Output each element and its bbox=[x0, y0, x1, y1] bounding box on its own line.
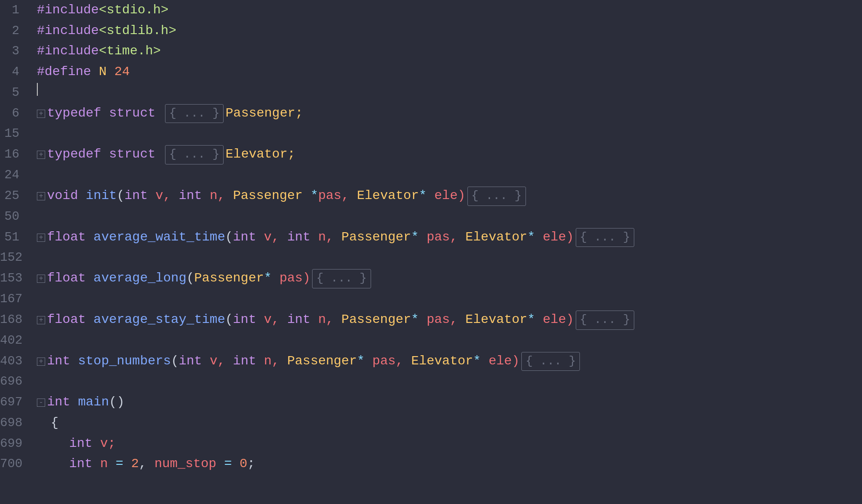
collapsed-51[interactable]: { ... } bbox=[576, 228, 634, 247]
line-content-5 bbox=[32, 83, 862, 96]
code-line-1: 1 #include<stdio.h> bbox=[0, 0, 862, 21]
collapsed-168[interactable]: { ... } bbox=[576, 311, 634, 330]
code-line-25: 25 + void init ( int v, int n, Passenger… bbox=[0, 186, 862, 207]
space-51b bbox=[256, 228, 264, 247]
paren-403a: ( bbox=[171, 352, 179, 371]
pointer-51b: * bbox=[527, 228, 535, 247]
collapsed-25[interactable]: { ... } bbox=[467, 187, 526, 206]
expand-icon-153[interactable]: + bbox=[37, 275, 45, 283]
line-num-51: 51 bbox=[0, 229, 32, 246]
expand-icon-25[interactable]: + bbox=[37, 192, 45, 200]
line-num-25: 25 bbox=[0, 187, 32, 205]
int-kw-403: int bbox=[47, 352, 70, 371]
expand-icon-697[interactable]: - bbox=[37, 399, 45, 407]
collapsed-153[interactable]: { ... } bbox=[312, 269, 371, 288]
line-content-700: int n = 2 , num_stop = 0 ; bbox=[32, 455, 862, 474]
param-type-25a: int bbox=[124, 187, 148, 205]
float-kw-168: float bbox=[47, 311, 86, 329]
space-168a bbox=[86, 311, 94, 329]
space-700c bbox=[124, 455, 131, 474]
param-type-153a: Passenger bbox=[194, 269, 264, 288]
collapsed-403[interactable]: { ... } bbox=[521, 352, 580, 371]
pointer-168b: * bbox=[527, 311, 535, 329]
line-num-168: 168 bbox=[0, 311, 32, 329]
param-type-51d: Elevator bbox=[466, 228, 527, 247]
space-168f bbox=[419, 311, 427, 329]
line-content-25: + void init ( int v, int n, Passenger * … bbox=[32, 187, 862, 206]
expand-icon-16[interactable]: + bbox=[37, 151, 45, 159]
code-line-152: 152 bbox=[0, 248, 862, 268]
line-content-168: + float average_stay_time ( int v, int n… bbox=[32, 311, 862, 330]
expand-icon-51[interactable]: + bbox=[37, 234, 45, 242]
param-name-25d: ele) bbox=[434, 187, 465, 205]
param-name-168a: v, bbox=[264, 311, 280, 329]
cursor bbox=[37, 83, 38, 96]
define-name: N bbox=[99, 63, 106, 82]
space-51c bbox=[279, 228, 287, 247]
space-168c bbox=[279, 311, 287, 329]
code-line-700: 700 int n = 2 , num_stop = 0 ; bbox=[0, 454, 862, 475]
code-line-696: 696 bbox=[0, 372, 862, 392]
line-num-5: 5 bbox=[0, 84, 32, 102]
space-51e bbox=[334, 228, 342, 247]
pointer-168a: * bbox=[411, 311, 419, 329]
param-name-168b: n, bbox=[318, 311, 334, 329]
assign-700: = bbox=[116, 455, 124, 474]
collapsed-6[interactable]: { ... } bbox=[165, 104, 224, 123]
line-content-1: #include<stdio.h> bbox=[32, 1, 862, 20]
code-line-153: 153 + float average_long ( Passenger * p… bbox=[0, 268, 862, 289]
line-content-6: + typedef struct { ... } Passenger; bbox=[32, 104, 862, 123]
val-700a: 2 bbox=[131, 455, 139, 474]
space-700b bbox=[108, 455, 116, 474]
param-type-403d: Elevator bbox=[411, 352, 473, 371]
code-line-697: 697 - int main () bbox=[0, 392, 862, 413]
preprocessor-3: #include bbox=[37, 42, 99, 61]
code-line-16: 16 + typedef struct { ... } Elevator; bbox=[0, 144, 862, 165]
preprocessor-2: #include bbox=[37, 22, 99, 41]
param-type-168c: Passenger bbox=[342, 311, 411, 329]
space-168g bbox=[458, 311, 466, 329]
collapsed-16[interactable]: { ... } bbox=[165, 145, 224, 164]
expand-icon-168[interactable]: + bbox=[37, 316, 45, 324]
var-name-699: v; bbox=[100, 434, 116, 453]
param-type-25c: Passenger bbox=[233, 187, 302, 205]
void-kw-25: void bbox=[47, 187, 78, 205]
space-403c bbox=[225, 352, 233, 371]
param-type-403c: Passenger bbox=[287, 352, 357, 371]
param-name-51c: pas, bbox=[426, 228, 457, 247]
func-name-51: average_wait_time bbox=[94, 228, 225, 247]
space-25b bbox=[148, 187, 155, 205]
space-403e bbox=[279, 352, 287, 371]
space-6a bbox=[101, 104, 109, 123]
line-num-697: 697 bbox=[0, 393, 32, 411]
space-6b bbox=[155, 104, 163, 123]
space-25e bbox=[225, 187, 233, 205]
param-name-403a: v, bbox=[210, 352, 225, 371]
func-name-25: init bbox=[86, 187, 117, 205]
include-path-1: <stdio.h> bbox=[99, 1, 168, 20]
code-line-24: 24 bbox=[0, 165, 862, 186]
expand-icon-403[interactable]: + bbox=[37, 357, 45, 366]
param-type-168d: Elevator bbox=[466, 311, 527, 329]
line-content-698: { bbox=[32, 414, 862, 433]
var-name-700b: num_stop bbox=[154, 455, 216, 474]
int-kw-700: int bbox=[69, 455, 92, 474]
pointer-403a: * bbox=[357, 352, 365, 371]
line-num-15: 15 bbox=[0, 125, 32, 143]
space-153b bbox=[272, 269, 279, 288]
struct-kw-16: struct bbox=[109, 145, 155, 164]
param-name-51a: v, bbox=[264, 228, 280, 247]
preprocessor-1: #include bbox=[37, 1, 99, 20]
line-content-3: #include<time.h> bbox=[32, 42, 862, 61]
param-name-403b: n, bbox=[264, 352, 280, 371]
space-51d bbox=[310, 228, 318, 247]
expand-icon-6[interactable]: + bbox=[37, 110, 45, 118]
line-num-402: 402 bbox=[0, 332, 32, 350]
param-name-25b: n, bbox=[210, 187, 225, 205]
code-line-2: 2 #include<stdlib.h> bbox=[0, 21, 862, 41]
line-num-696: 696 bbox=[0, 373, 32, 391]
space-51h bbox=[535, 228, 543, 247]
code-line-168: 168 + float average_stay_time ( int v, i… bbox=[0, 310, 862, 331]
line-content-4: #define N 24 bbox=[32, 63, 862, 82]
space-168b bbox=[256, 311, 264, 329]
